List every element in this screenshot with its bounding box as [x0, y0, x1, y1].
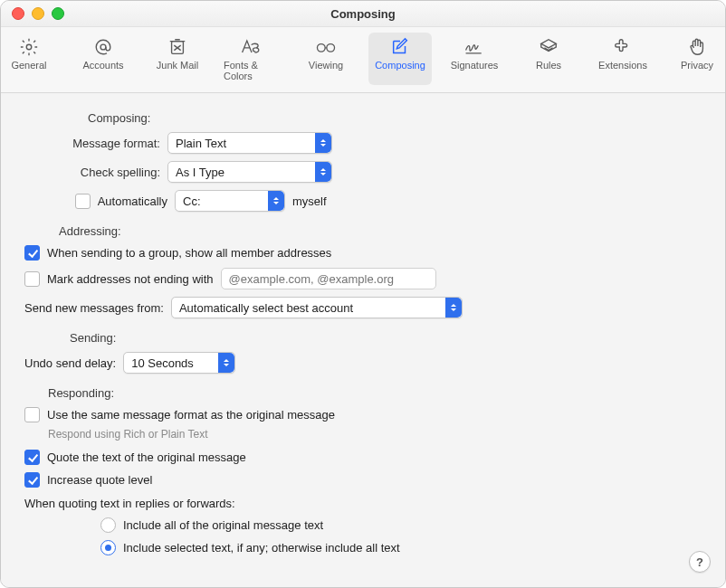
tab-label: Signatures — [451, 60, 499, 71]
content-pane: Composing: Message format: Plain Text Ch… — [1, 93, 725, 588]
quote-text-checkbox[interactable] — [24, 450, 40, 465]
toolbar: General Accounts Junk Mail Fonts & Color… — [1, 27, 725, 93]
tab-privacy[interactable]: Privacy — [665, 33, 726, 85]
same-format-checkbox[interactable] — [24, 407, 40, 422]
include-all-label: Include all of the original message text — [123, 518, 323, 532]
tab-viewing[interactable]: Viewing — [294, 33, 358, 85]
tab-signatures[interactable]: Signatures — [443, 33, 506, 85]
mark-addresses-checkbox[interactable] — [24, 271, 40, 287]
tab-fonts-colors[interactable]: Fonts & Colors — [220, 33, 283, 85]
undo-delay-label: Undo send delay: — [24, 356, 116, 370]
fonts-icon — [240, 36, 263, 58]
select-value: Cc: — [183, 194, 201, 208]
tab-label: General — [11, 60, 46, 71]
quote-text-label: Quote the text of the original message — [47, 450, 246, 464]
auto-cc-checkbox[interactable] — [75, 194, 91, 209]
glasses-icon — [314, 36, 338, 58]
hand-icon — [687, 36, 707, 58]
tab-label: Viewing — [309, 60, 343, 71]
select-value: Plain Text — [176, 137, 226, 150]
mark-addresses-label: Mark addresses not ending with — [47, 272, 214, 286]
select-value: 10 Seconds — [131, 356, 194, 370]
chevron-updown-icon — [445, 298, 462, 318]
send-from-select[interactable]: Automatically select best account — [171, 297, 463, 318]
titlebar: Composing — [1, 1, 725, 27]
mark-addresses-input[interactable] — [221, 268, 436, 289]
puzzle-icon — [613, 36, 633, 58]
chevron-updown-icon — [268, 191, 284, 211]
tab-junk-mail[interactable]: Junk Mail — [146, 33, 209, 85]
tab-label: Junk Mail — [157, 60, 198, 71]
at-icon — [93, 36, 113, 58]
trash-icon — [167, 36, 187, 58]
chevron-updown-icon — [218, 353, 234, 373]
svg-point-3 — [317, 44, 325, 52]
check-spelling-select[interactable]: As I Type — [167, 161, 332, 183]
group-expand-checkbox[interactable] — [24, 245, 40, 261]
preferences-window: Composing General Accounts Junk Mail Fon… — [0, 0, 726, 588]
check-spelling-label: Check spelling: — [24, 166, 160, 179]
section-composing-heading: Composing: — [88, 111, 702, 125]
section-addressing-heading: Addressing: — [59, 224, 702, 238]
message-format-label: Message format: — [24, 137, 160, 150]
tab-label: Privacy — [681, 60, 713, 71]
tab-accounts[interactable]: Accounts — [72, 33, 135, 85]
send-from-label: Send new messages from: — [24, 301, 164, 315]
select-value: As I Type — [176, 166, 224, 179]
svg-point-4 — [327, 44, 335, 52]
rules-icon — [539, 36, 559, 58]
tab-composing[interactable]: Composing — [368, 33, 432, 85]
same-format-label: Use the same message format as the origi… — [47, 408, 335, 422]
tab-label: Fonts & Colors — [224, 60, 280, 81]
auto-cc-suffix: myself — [292, 194, 327, 208]
compose-icon — [390, 36, 410, 58]
chevron-updown-icon — [315, 133, 331, 153]
select-value: Automatically select best account — [179, 301, 353, 315]
help-button[interactable]: ? — [689, 551, 711, 573]
gear-icon — [19, 36, 39, 58]
tab-label: Composing — [375, 60, 425, 71]
help-label: ? — [696, 555, 703, 569]
same-format-hint: Respond using Rich or Plain Text — [48, 428, 702, 441]
increase-quote-checkbox[interactable] — [24, 472, 40, 488]
svg-point-0 — [26, 44, 32, 50]
section-responding-heading: Responding: — [48, 386, 702, 400]
tab-label: Accounts — [82, 60, 123, 71]
tab-extensions[interactable]: Extensions — [591, 33, 654, 85]
tab-label: Extensions — [598, 60, 647, 71]
include-selected-radio[interactable] — [100, 540, 116, 555]
tab-rules[interactable]: Rules — [517, 33, 580, 85]
auto-cc-label: Automatically — [98, 194, 167, 208]
signature-icon — [463, 36, 485, 58]
chevron-updown-icon — [315, 162, 331, 182]
increase-quote-label: Increase quote level — [47, 473, 152, 487]
tab-label: Rules — [536, 60, 561, 71]
tab-general[interactable]: General — [0, 33, 61, 85]
section-sending-heading: Sending: — [70, 331, 702, 345]
message-format-select[interactable]: Plain Text — [167, 132, 332, 154]
include-all-radio[interactable] — [100, 517, 116, 533]
window-title: Composing — [1, 7, 725, 21]
auto-cc-select[interactable]: Cc: — [175, 190, 285, 212]
undo-delay-select[interactable]: 10 Seconds — [123, 352, 235, 374]
group-expand-label: When sending to a group, show all member… — [47, 246, 331, 260]
svg-point-1 — [100, 44, 106, 50]
include-selected-label: Include selected text, if any; otherwise… — [123, 541, 400, 555]
when-quoting-label: When quoting text in replies or forwards… — [24, 497, 235, 510]
